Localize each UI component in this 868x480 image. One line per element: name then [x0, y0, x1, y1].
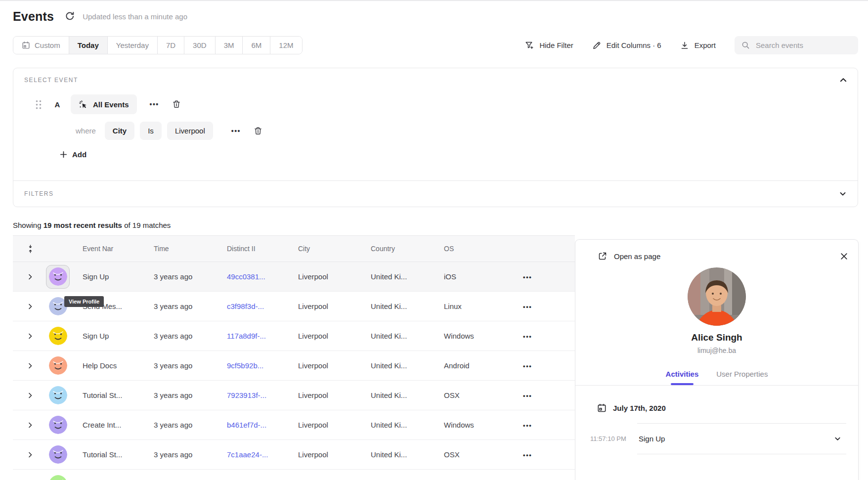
column-header-distinct-id[interactable]: Distinct II — [227, 245, 298, 253]
results-summary-prefix: Showing — [13, 221, 43, 229]
date-range-today[interactable]: Today — [69, 37, 108, 54]
column-header-time[interactable]: Time — [154, 245, 227, 253]
user-avatar-cell — [41, 386, 75, 405]
distinct-id-link[interactable]: 117a8d9f-... — [227, 332, 298, 340]
export-button[interactable]: Export — [680, 41, 716, 50]
distinct-id-link[interactable]: b461ef7d-... — [227, 421, 298, 429]
active-tab-underline — [671, 383, 694, 385]
profile-panel-header: Open as page — [575, 240, 858, 261]
user-avatar[interactable] — [46, 265, 70, 289]
date-range-label: Today — [78, 41, 99, 49]
hide-filter-button[interactable]: Hide Filter — [525, 41, 573, 50]
operator-pill[interactable]: Is — [140, 122, 162, 140]
table-body: Sign Up 3 years ago 49cc0381... Liverpoo… — [13, 262, 575, 480]
expand-row-button[interactable] — [13, 422, 41, 428]
date-range-12m[interactable]: 12M — [270, 37, 302, 54]
property-pill[interactable]: City — [105, 122, 134, 140]
country-cell: United Ki... — [371, 391, 444, 399]
avatar-face — [49, 327, 67, 345]
user-avatar[interactable] — [48, 415, 68, 435]
activity-event-toggle[interactable]: Sign Up — [637, 423, 846, 454]
table-row: Tutorial St... 3 years ago 7923913f-... … — [13, 381, 575, 410]
column-header-city[interactable]: City — [298, 245, 371, 253]
close-icon[interactable] — [840, 252, 848, 261]
date-range-yesterday[interactable]: Yesterday — [108, 37, 158, 54]
search-input[interactable] — [756, 41, 851, 49]
distinct-id-link[interactable]: 7c1aae24-... — [227, 450, 298, 459]
trash-icon[interactable] — [254, 127, 262, 135]
refresh-icon[interactable] — [65, 11, 75, 21]
country-cell: United Ki... — [371, 450, 444, 459]
edit-columns-button[interactable]: Edit Columns · 6 — [592, 41, 661, 50]
date-range-3m[interactable]: 3M — [216, 37, 243, 54]
city-cell: Liverpool — [298, 302, 371, 310]
search-events-box[interactable] — [735, 36, 858, 54]
date-range-6m[interactable]: 6M — [243, 37, 270, 54]
user-avatar[interactable] — [48, 326, 68, 346]
table-row: Sign Up 3 years ago 49cc0381... Liverpoo… — [13, 262, 575, 292]
add-event-button[interactable]: Add — [60, 150, 847, 159]
column-header-country[interactable]: Country — [371, 245, 444, 253]
distinct-id-link[interactable]: 9cf5b92b... — [227, 361, 298, 370]
expand-row-button[interactable] — [13, 304, 41, 309]
row-menu-button[interactable]: ••• — [517, 272, 575, 281]
ellipsis-icon: ••• — [523, 422, 532, 429]
distinct-id-link[interactable]: 49cc0381... — [227, 272, 298, 281]
date-range-7d[interactable]: 7D — [158, 37, 184, 54]
row-menu-button[interactable]: ••• — [517, 450, 575, 459]
expand-row-button[interactable] — [13, 393, 41, 398]
column-header-os[interactable]: OS — [444, 245, 517, 253]
trash-icon[interactable] — [172, 100, 181, 109]
chevron-up-icon[interactable] — [839, 76, 848, 85]
export-label: Export — [694, 41, 716, 49]
expand-row-button[interactable] — [13, 274, 41, 280]
collapse-rows-header[interactable] — [13, 245, 41, 253]
tab-activities[interactable]: Activities — [666, 370, 699, 385]
country-cell: United Ki... — [371, 421, 444, 429]
view-profile-tooltip: View Profile — [64, 296, 104, 307]
toolbar-right: Hide Filter Edit Columns · 6 Export — [525, 36, 858, 54]
tab-user-properties[interactable]: User Properties — [716, 370, 768, 385]
ellipsis-icon: ••• — [523, 303, 532, 310]
distinct-id-link[interactable]: 7923913f-... — [227, 391, 298, 399]
user-avatar[interactable] — [48, 386, 68, 405]
event-menu-ellipsis-icon[interactable]: ••• — [150, 100, 159, 108]
event-selector-button[interactable]: All Events — [71, 94, 137, 114]
column-header-event-name[interactable]: Event Nar — [75, 245, 154, 253]
open-as-page-button[interactable]: Open as page — [598, 252, 660, 261]
row-menu-button[interactable]: ••• — [517, 361, 575, 370]
row-menu-button[interactable]: ••• — [517, 421, 575, 429]
profile-photo-avatar[interactable] — [688, 267, 746, 326]
user-avatar-cell — [41, 475, 75, 480]
user-avatar[interactable] — [48, 445, 68, 465]
results-summary: Showing 19 most recent results of 19 mat… — [13, 221, 858, 229]
time-cell: 3 years ago — [154, 361, 227, 370]
row-menu-button[interactable]: ••• — [517, 302, 575, 310]
expand-row-button[interactable] — [13, 333, 41, 339]
chevron-right-icon — [27, 333, 33, 339]
date-range-label: Yesterday — [116, 41, 149, 49]
row-menu-button[interactable]: ••• — [517, 391, 575, 399]
row-menu-button[interactable]: ••• — [517, 332, 575, 340]
table-row: Create Int... 3 years ago b461ef7d-... L… — [13, 410, 575, 440]
page-title: Events — [13, 9, 54, 24]
date-range-custom[interactable]: Custom — [13, 37, 69, 54]
events-table: Event Nar Time Distinct II City Country … — [13, 235, 575, 480]
avatar-face — [49, 356, 67, 375]
activity-row: 11:57:10 PM Sign Up — [590, 423, 846, 454]
results-summary-suffix: of 19 matches — [122, 221, 171, 229]
user-avatar-cell — [41, 326, 75, 346]
where-menu-ellipsis-icon[interactable]: ••• — [231, 127, 241, 135]
user-avatar[interactable] — [48, 475, 68, 480]
user-avatar[interactable] — [48, 356, 68, 376]
value-pill[interactable]: Liverpool — [167, 122, 213, 140]
expand-row-button[interactable] — [13, 452, 41, 458]
updated-status: Updated less than a minute ago — [83, 12, 187, 21]
expand-row-button[interactable] — [13, 363, 41, 369]
filters-section-toggle[interactable]: FILTERS — [13, 181, 858, 207]
ellipsis-icon: ••• — [523, 273, 532, 281]
spark-cursor-icon — [79, 100, 88, 109]
distinct-id-link[interactable]: c3f98f3d-... — [227, 302, 298, 310]
date-range-30d[interactable]: 30D — [184, 37, 216, 54]
drag-handle-icon[interactable] — [35, 100, 42, 109]
